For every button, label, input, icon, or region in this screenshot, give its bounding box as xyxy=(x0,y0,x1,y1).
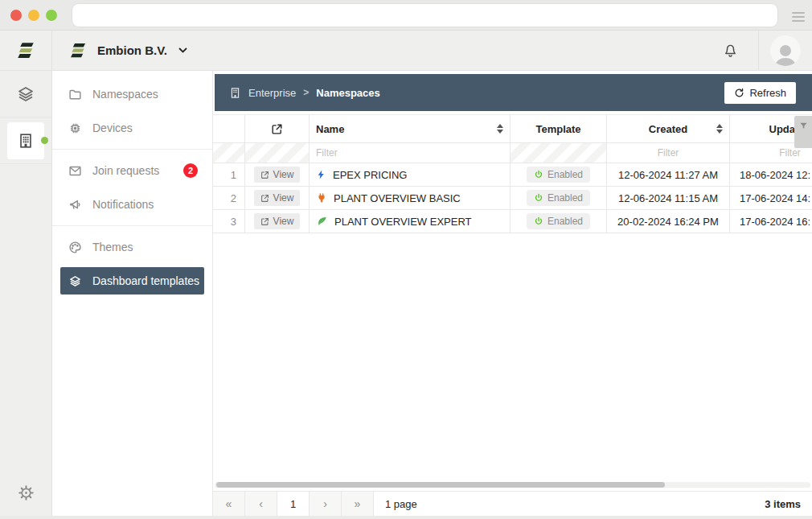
sidebar-item-themes[interactable]: Themes xyxy=(52,230,212,264)
megaphone-icon xyxy=(68,198,82,212)
bolt-icon xyxy=(316,169,326,180)
filter-cell-disabled xyxy=(511,143,607,163)
layers-icon xyxy=(16,84,35,104)
view-button[interactable]: View xyxy=(254,190,301,206)
last-page-button[interactable]: » xyxy=(342,492,374,516)
main-content: Enterprise > Namespaces Refresh Name T xyxy=(213,71,812,519)
refresh-button[interactable]: Refresh xyxy=(724,82,796,104)
view-cell: View xyxy=(245,187,310,209)
refresh-icon xyxy=(734,88,744,98)
items-count-label: 3 items xyxy=(765,498,801,510)
browser-menu-icon[interactable] xyxy=(790,10,806,23)
sidebar-item-label: Dashboard templates xyxy=(92,274,199,287)
row-number: 1 xyxy=(213,163,245,186)
sidebar-item-label: Notifications xyxy=(92,198,154,211)
header-divider xyxy=(758,31,759,71)
close-window-button[interactable] xyxy=(10,10,22,21)
template-cell: Enabled xyxy=(511,210,607,233)
view-cell: View xyxy=(245,163,310,186)
chip-icon xyxy=(68,122,82,135)
table-header-row: Name Template Created Updated xyxy=(213,115,812,143)
browser-chrome xyxy=(0,0,812,31)
sidebar-divider xyxy=(52,225,212,226)
header-name[interactable]: Name xyxy=(310,115,511,142)
filter-cell-disabled xyxy=(245,143,310,163)
header-template-label: Template xyxy=(535,123,580,135)
breadcrumb-section[interactable]: Enterprise xyxy=(248,87,296,99)
minimize-window-button[interactable] xyxy=(28,10,39,21)
sort-icon[interactable] xyxy=(497,124,503,134)
sidebar-item-namespaces[interactable]: Namespaces xyxy=(52,77,212,111)
view-button[interactable]: View xyxy=(254,213,301,229)
header-created[interactable]: Created xyxy=(607,115,730,142)
horizontal-scrollbar[interactable] xyxy=(215,482,810,488)
name-cell: PLANT OVERVIEW BASIC xyxy=(310,187,511,209)
scrollbar-thumb[interactable] xyxy=(216,482,665,488)
header-created-label: Created xyxy=(649,123,687,135)
sidebar-item-devices[interactable]: Devices xyxy=(52,111,212,145)
sidebar-divider xyxy=(52,149,212,150)
created-cell: 20-02-2024 16:24 PM xyxy=(607,210,730,233)
next-page-button[interactable]: › xyxy=(310,492,342,516)
previous-page-button[interactable]: ‹ xyxy=(245,492,277,516)
updated-filter-input[interactable] xyxy=(730,147,812,159)
namespaces-table: Name Template Created Updated xyxy=(213,114,812,233)
refresh-label: Refresh xyxy=(749,87,786,99)
template-cell: Enabled xyxy=(511,187,607,209)
breadcrumb-separator: > xyxy=(303,87,309,98)
sidebar-item-label: Themes xyxy=(92,241,133,253)
view-label: View xyxy=(273,192,294,204)
breadcrumb-current: Namespaces xyxy=(316,87,380,99)
folder-icon xyxy=(68,88,82,101)
status-badge: Enabled xyxy=(527,167,590,183)
namespace-name: EPEX PRICING xyxy=(333,169,407,181)
view-button[interactable]: View xyxy=(254,167,301,183)
layers-icon xyxy=(68,274,82,288)
external-link-icon xyxy=(271,123,283,135)
created-cell: 12-06-2024 11:15 AM xyxy=(607,187,730,209)
url-bar[interactable] xyxy=(72,4,777,27)
user-avatar[interactable] xyxy=(770,35,801,66)
status-label: Enabled xyxy=(547,192,583,204)
header-row-number xyxy=(213,115,245,142)
join-requests-count-badge: 2 xyxy=(183,163,198,178)
updated-cell: 18-06-2024 12: xyxy=(730,163,812,186)
sidebar-item-join-requests[interactable]: Join requests 2 xyxy=(52,154,212,187)
online-status-dot xyxy=(41,137,48,144)
power-icon xyxy=(534,216,543,226)
sort-icon[interactable] xyxy=(716,124,723,134)
created-filter-input[interactable] xyxy=(607,147,729,159)
embion-logo-icon xyxy=(15,40,36,61)
first-page-button[interactable]: « xyxy=(213,492,245,516)
sidebar-item-dashboard-templates[interactable]: Dashboard templates xyxy=(60,267,204,295)
settings-button[interactable] xyxy=(0,484,51,501)
zoom-window-button[interactable] xyxy=(46,10,57,21)
name-filter-input[interactable] xyxy=(316,147,503,159)
org-switcher[interactable]: Embion B.V. xyxy=(52,41,187,60)
power-icon xyxy=(534,193,543,203)
name-cell: EPEX PRICING xyxy=(310,163,511,186)
funnel-icon xyxy=(799,122,808,130)
created-cell: 12-06-2024 11:27 AM xyxy=(607,163,730,186)
rail-item-dashboards[interactable] xyxy=(0,71,51,117)
view-cell: View xyxy=(245,210,310,233)
page-count-label: 1 page xyxy=(385,498,417,510)
notifications-bell-button[interactable] xyxy=(722,42,739,59)
header-actions xyxy=(722,31,812,70)
app-header: Embion B.V. xyxy=(52,31,812,71)
filter-cell-created xyxy=(607,143,730,163)
external-link-icon xyxy=(260,171,269,179)
column-filter-tab[interactable] xyxy=(794,116,812,148)
updated-cell: 17-06-2024 16: xyxy=(730,210,812,233)
status-label: Enabled xyxy=(547,169,583,180)
sidebar-item-label: Join requests xyxy=(92,164,159,177)
breadcrumb-bar: Enterprise > Namespaces Refresh xyxy=(215,74,812,111)
power-icon xyxy=(534,170,543,179)
view-label: View xyxy=(273,169,294,180)
status-badge: Enabled xyxy=(527,190,590,206)
sidebar-item-notifications[interactable]: Notifications xyxy=(52,187,212,221)
current-page-button[interactable]: 1 xyxy=(277,492,310,516)
bell-icon xyxy=(722,42,739,59)
sidebar-item-label: Namespaces xyxy=(92,88,158,101)
rail-item-enterprise[interactable] xyxy=(0,117,51,164)
